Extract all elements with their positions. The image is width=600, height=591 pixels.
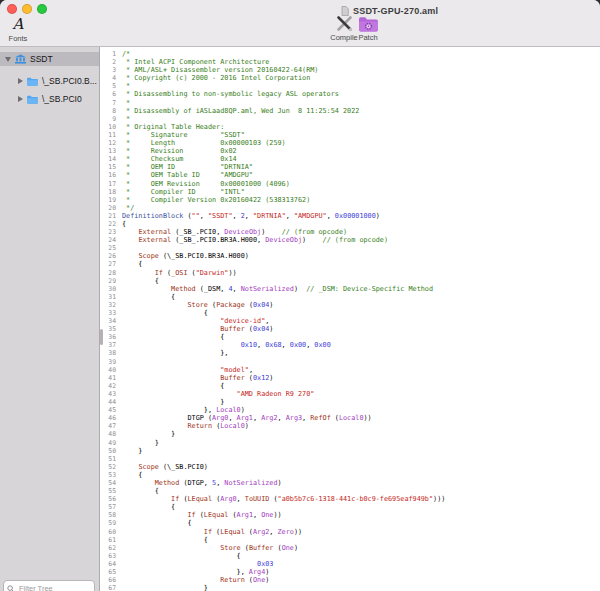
close-button[interactable] xyxy=(7,4,17,14)
code-editor[interactable]: 1/*2 * Intel ACPI Component Architecture… xyxy=(100,47,600,591)
code-line: 2 * Intel ACPI Component Architecture xyxy=(100,58,600,66)
code-line: 22{ xyxy=(100,220,600,228)
code-line-text: Return (Local0) xyxy=(122,422,600,430)
line-number: 1 xyxy=(100,50,122,58)
code-line: 54 Method (DTGP, 5, NotSerialized) xyxy=(100,479,600,487)
line-number: 65 xyxy=(100,568,122,576)
line-number: 31 xyxy=(100,293,122,301)
code-line: 6 * Disassembling to non-symbolic legacy… xyxy=(100,90,600,98)
filter-field[interactable] xyxy=(3,580,95,591)
fonts-button[interactable]: A Fonts xyxy=(3,16,33,43)
code-line-text: * Copyright (c) 2000 - 2016 Intel Corpor… xyxy=(122,74,600,82)
code-line: 49 } xyxy=(100,439,600,447)
code-line-text: Store (Buffer (One) xyxy=(122,544,600,552)
line-number: 9 xyxy=(100,115,122,123)
tree-item-sb-pci0[interactable]: \_SB.PCI0 xyxy=(0,92,99,106)
code-line-text: External (_SB_.PCI0, DeviceObj) // (from… xyxy=(122,228,600,236)
code-line: 34 "device-id", xyxy=(100,317,600,325)
code-line: 64 0x03 xyxy=(100,560,600,568)
code-line-text: { xyxy=(122,519,600,527)
line-number: 63 xyxy=(100,552,122,560)
code-line: 39 xyxy=(100,358,600,366)
code-line: 55 { xyxy=(100,487,600,495)
code-line: 1/* xyxy=(100,50,600,58)
navigation-tree: SSDT \_SB.PCI0.B... xyxy=(0,52,99,106)
disclosure-triangle-closed[interactable] xyxy=(18,78,23,84)
line-number: 38 xyxy=(100,349,122,357)
code-line: 40 "model", xyxy=(100,366,600,374)
code-line-text: { xyxy=(122,333,600,341)
line-number: 53 xyxy=(100,471,122,479)
line-number: 21 xyxy=(100,212,122,220)
code-line-text: Scope (\_SB.PCI0.BR3A.H000) xyxy=(122,252,600,260)
purple-folder-gear-icon xyxy=(354,15,382,32)
main-content: SSDT \_SB.PCI0.B... xyxy=(0,47,600,591)
tree-item-ssdt[interactable]: SSDT xyxy=(0,52,99,66)
code-line: 23 External (_SB_.PCI0, DeviceObj) // (f… xyxy=(100,228,600,236)
code-line: 21DefinitionBlock ("", "SSDT", 2, "DRTNI… xyxy=(100,212,600,220)
code-line: 16 * OEM Table ID "AMDGPU" xyxy=(100,171,600,179)
code-line: 4 * Copyright (c) 2000 - 2016 Intel Corp… xyxy=(100,74,600,82)
line-number: 27 xyxy=(100,260,122,268)
line-number: 11 xyxy=(100,131,122,139)
line-number: 10 xyxy=(100,123,122,131)
code-line: 65 }, Arg4) xyxy=(100,568,600,576)
code-line: 48 } xyxy=(100,430,600,438)
line-number: 25 xyxy=(100,244,122,252)
code-line: 12 * Length 0x00000103 (259) xyxy=(100,139,600,147)
line-number: 59 xyxy=(100,519,122,527)
code-line: 56 If (LEqual (Arg0, ToUUID ("a0b5b7c6-1… xyxy=(100,495,600,503)
code-line-text: * Revision 0x02 xyxy=(122,147,600,155)
line-number: 36 xyxy=(100,333,122,341)
code-line: 33 { xyxy=(100,309,600,317)
code-line-text: DTGP (Arg0, Arg1, Arg2, Arg3, RefOf (Loc… xyxy=(122,414,600,422)
code-line-text: Scope (\_SB.PCI0) xyxy=(122,463,600,471)
code-line: 26 Scope (\_SB.PCI0.BR3A.H000) xyxy=(100,252,600,260)
line-number: 47 xyxy=(100,422,122,430)
code-line-text: "model", xyxy=(122,366,600,374)
line-number: 24 xyxy=(100,236,122,244)
code-line-text: "AMD Radeon R9 270" xyxy=(122,390,600,398)
line-number: 39 xyxy=(100,358,122,366)
tree-item-sb-pci0-b[interactable]: \_SB.PCI0.B... xyxy=(0,74,99,88)
code-line: 5 * xyxy=(100,82,600,90)
code-line-text: } xyxy=(122,398,600,406)
code-line: 67 } xyxy=(100,584,600,591)
code-line: 44 } xyxy=(100,398,600,406)
disclosure-triangle-open[interactable] xyxy=(5,57,11,62)
code-line-text: * OEM ID "DRTNIA" xyxy=(122,163,600,171)
code-line: 62 Store (Buffer (One) xyxy=(100,544,600,552)
line-number: 40 xyxy=(100,366,122,374)
code-line: 57 { xyxy=(100,503,600,511)
code-line: 63 { xyxy=(100,552,600,560)
code-line: 37 0x10, 0x68, 0x00, 0x00 xyxy=(100,341,600,349)
tree-item-label: SSDT xyxy=(30,54,53,64)
line-number: 22 xyxy=(100,220,122,228)
line-number: 50 xyxy=(100,447,122,455)
line-number: 54 xyxy=(100,479,122,487)
splitter-handle[interactable] xyxy=(100,329,103,345)
code-line-text: Method (_DSM, 4, NotSerialized) // _DSM:… xyxy=(122,285,600,293)
filter-tree-input[interactable] xyxy=(17,583,91,591)
code-line: 18 * Compiler ID "INTL" xyxy=(100,188,600,196)
code-line-text: If (_OSI ("Darwin")) xyxy=(122,269,600,277)
code-line: 53 { xyxy=(100,471,600,479)
code-line-text: { xyxy=(122,220,600,228)
line-number: 43 xyxy=(100,390,122,398)
line-number: 52 xyxy=(100,463,122,471)
minimize-button[interactable] xyxy=(22,4,32,14)
patch-button[interactable]: Patch xyxy=(354,15,382,42)
line-number: 28 xyxy=(100,269,122,277)
zoom-button[interactable] xyxy=(37,4,47,14)
code-line-text: }, xyxy=(122,349,600,357)
code-line: 9 * xyxy=(100,115,600,123)
code-line-text: { xyxy=(122,536,600,544)
code-line-text: Return (One) xyxy=(122,576,600,584)
line-number: 42 xyxy=(100,382,122,390)
code-line: 11 * Signature "SSDT" xyxy=(100,131,600,139)
code-line-text: * Compiler ID "INTL" xyxy=(122,188,600,196)
disclosure-triangle-closed[interactable] xyxy=(18,96,23,102)
code-line-text: */ xyxy=(122,204,600,212)
line-number: 7 xyxy=(100,99,122,107)
tree-item-label: \_SB.PCI0.B... xyxy=(42,76,97,86)
